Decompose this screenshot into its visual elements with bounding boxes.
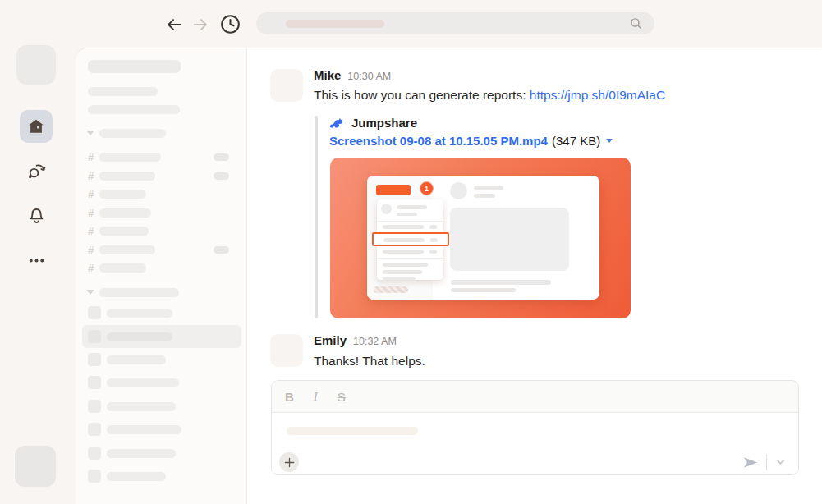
nav-dms-button[interactable] (25, 159, 47, 181)
channel-sidebar: # # # # # # # (76, 48, 247, 504)
attachment-file-row: Screenshot 09-08 at 10.15.05 PM.mp4 (347… (329, 134, 613, 148)
section-caret-icon[interactable] (86, 131, 94, 135)
section-header-skeleton[interactable] (99, 288, 179, 297)
home-icon (27, 117, 45, 135)
section-caret-icon[interactable] (86, 290, 94, 295)
provider-name: Jumpshare (351, 116, 417, 130)
send-zone (742, 453, 787, 471)
italic-button[interactable]: I (314, 390, 318, 404)
unread-badge-skeleton (214, 153, 229, 161)
message-text: Thanks! That helps. (314, 354, 425, 368)
send-options-button[interactable] (774, 456, 787, 469)
bell-icon (26, 206, 47, 227)
nav-home-button[interactable] (20, 110, 53, 143)
message-avatar (270, 69, 303, 102)
section-header-skeleton[interactable] (99, 129, 166, 138)
sidebar-title-skeleton (88, 60, 181, 73)
history-button[interactable] (218, 11, 242, 36)
sidebar-item-skeleton[interactable] (88, 105, 180, 114)
nav-more-button[interactable] (25, 250, 47, 271)
forward-arrow-icon (191, 16, 209, 34)
forward-button[interactable] (190, 14, 211, 35)
mock-highlight-box (372, 232, 449, 246)
message-timestamp: 10:30 AM (347, 71, 391, 82)
mock-orange-button (376, 185, 411, 195)
back-arrow-icon (165, 16, 183, 34)
plus-icon (284, 457, 295, 468)
video-thumbnail[interactable]: 1 2 (330, 158, 631, 318)
file-link[interactable]: Screenshot 09-08 at 10.15.05 PM.mp4 (329, 134, 548, 148)
send-plane-icon (742, 456, 759, 470)
input-placeholder-skeleton (287, 427, 418, 435)
history-clock-icon (219, 13, 241, 35)
formatting-toolbar: B I S (272, 381, 798, 413)
author-name: Emily (314, 333, 347, 347)
search-placeholder-skeleton (286, 20, 384, 28)
unread-badge-skeleton (214, 172, 229, 180)
send-button[interactable] (742, 453, 760, 471)
author-name: Mike (314, 68, 341, 82)
strikethrough-button[interactable]: S (338, 390, 346, 404)
app-window: # # # # # # # Mike10:30 AM This is how y… (0, 0, 822, 504)
attachment-provider: Jumpshare (329, 116, 417, 130)
dm-row-selected[interactable] (82, 325, 241, 348)
chevron-down-icon (776, 459, 785, 465)
attach-plus-button[interactable] (279, 452, 299, 472)
jumpshare-logo-icon (329, 116, 346, 130)
file-size: (347 KB) (552, 134, 600, 148)
sidebar-item-skeleton[interactable] (88, 87, 158, 96)
thumbnail-mock-window: 1 2 (367, 176, 599, 300)
message-text: This is how you can generate reports: (314, 88, 530, 102)
bold-button[interactable]: B (285, 390, 294, 404)
message-timestamp: 10:32 AM (353, 336, 397, 347)
mock-dropdown (377, 199, 443, 280)
step-badge-1: 1 (420, 181, 434, 195)
search-input[interactable] (256, 12, 654, 34)
user-avatar[interactable] (15, 446, 56, 487)
workspace-avatar[interactable] (16, 45, 56, 85)
message-body: This is how you can generate reports: ht… (314, 88, 665, 103)
back-button[interactable] (163, 14, 185, 35)
attachment-quote-bar (315, 116, 318, 318)
message-avatar (270, 334, 303, 367)
message-author: Emily10:32 AM (314, 333, 397, 347)
unread-badge-skeleton (214, 246, 229, 254)
direct-messages-icon (26, 160, 47, 181)
message-link[interactable]: https://jmp.sh/0I9mAIaC (530, 88, 665, 102)
message-author: Mike10:30 AM (314, 68, 391, 82)
file-menu-caret-icon[interactable] (606, 139, 613, 143)
message-body: Thanks! That helps. (314, 354, 425, 369)
nav-notifications-button[interactable] (25, 205, 47, 227)
message-composer: B I S (271, 380, 799, 475)
search-magnifier-icon (629, 16, 643, 30)
message-input[interactable] (272, 414, 798, 451)
more-dots-icon (26, 250, 47, 271)
